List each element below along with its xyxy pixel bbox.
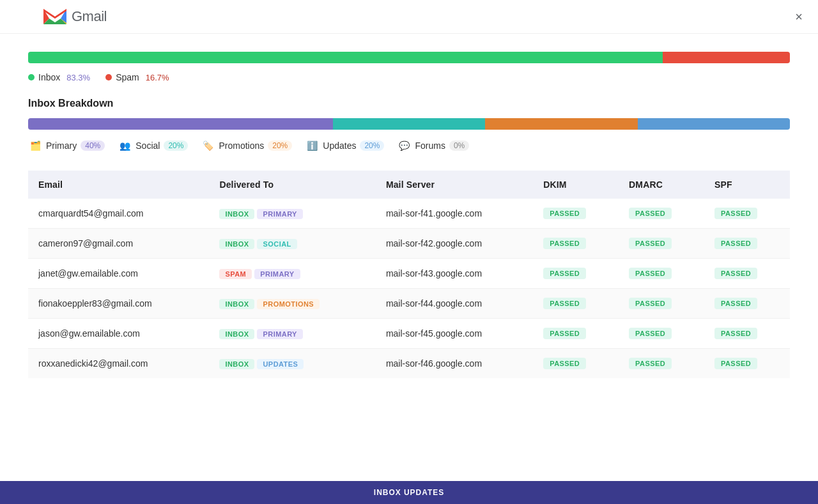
table-row: cameron97@gmail.comINBOXSOCIALmail-sor-f… bbox=[28, 229, 790, 259]
dkim-badge: PASSED bbox=[543, 268, 586, 279]
cell-dmarc: PASSED bbox=[619, 349, 704, 379]
inbox-legend-item: Inbox 83.3% bbox=[28, 72, 90, 82]
spf-badge: PASSED bbox=[714, 238, 757, 249]
spf-badge: PASSED bbox=[714, 298, 757, 309]
inbox-spam-legend: Inbox 83.3% Spam 16.7% bbox=[28, 72, 790, 82]
cell-mail-server: mail-sor-f42.google.com bbox=[376, 229, 533, 259]
breakdown-legend: 🗂️ Primary 40% 👥 Social 20% 🏷️ Promotion… bbox=[28, 139, 790, 153]
delivery-tag: PRIMARY bbox=[257, 209, 302, 219]
dmarc-badge: PASSED bbox=[629, 358, 672, 369]
delivery-tag: INBOX bbox=[219, 239, 254, 249]
email-table: Email Delivered To Mail Server DKIM DMAR… bbox=[28, 171, 790, 378]
bottom-bar: INBOX UPDATES bbox=[0, 481, 818, 504]
cell-email: jason@gw.emailable.com bbox=[28, 319, 209, 349]
cell-delivered-to: SPAMPRIMARY bbox=[209, 259, 375, 289]
cell-spf: PASSED bbox=[704, 349, 790, 379]
cell-spf: PASSED bbox=[704, 259, 790, 289]
cell-email: fionakoeppler83@gmail.com bbox=[28, 289, 209, 319]
delivery-tag: INBOX bbox=[219, 329, 254, 339]
breakdown-updates: ℹ️ Updates 20% bbox=[305, 139, 384, 153]
col-dkim: DKIM bbox=[533, 171, 619, 199]
col-mail-server: Mail Server bbox=[376, 171, 533, 199]
delivery-tag: SOCIAL bbox=[257, 239, 297, 249]
spam-legend-item: Spam 16.7% bbox=[105, 72, 169, 82]
cell-dmarc: PASSED bbox=[619, 229, 704, 259]
cell-delivered-to: INBOXPRIMARY bbox=[209, 199, 375, 229]
updates-icon: ℹ️ bbox=[305, 139, 319, 153]
cell-dkim: PASSED bbox=[533, 199, 619, 229]
table-row: roxxanedicki42@gmail.comINBOXUPDATESmail… bbox=[28, 349, 790, 379]
dmarc-badge: PASSED bbox=[629, 298, 672, 309]
spam-bar-segment bbox=[663, 52, 790, 63]
primary-bar-segment bbox=[28, 118, 333, 130]
dmarc-badge: PASSED bbox=[629, 268, 672, 279]
main-content: Inbox 83.3% Spam 16.7% Inbox Breakdown 🗂… bbox=[0, 34, 818, 391]
promotions-icon: 🏷️ bbox=[201, 139, 215, 153]
dkim-badge: PASSED bbox=[543, 208, 586, 219]
cell-dkim: PASSED bbox=[533, 289, 619, 319]
cell-dkim: PASSED bbox=[533, 319, 619, 349]
forums-pct: 0% bbox=[449, 141, 469, 151]
cell-delivered-to: INBOXSOCIAL bbox=[209, 229, 375, 259]
cell-delivered-to: INBOXUPDATES bbox=[209, 349, 375, 379]
updates-pct: 20% bbox=[360, 141, 384, 151]
inbox-bar-segment bbox=[28, 52, 663, 63]
cell-email: janet@gw.emailable.com bbox=[28, 259, 209, 289]
delivery-tag: SPAM bbox=[219, 269, 252, 279]
primary-icon: 🗂️ bbox=[28, 139, 42, 153]
cell-dmarc: PASSED bbox=[619, 319, 704, 349]
cell-mail-server: mail-sor-f46.google.com bbox=[376, 349, 533, 379]
social-bar-segment bbox=[333, 118, 485, 130]
dmarc-badge: PASSED bbox=[629, 328, 672, 339]
forums-label: Forums bbox=[415, 141, 445, 151]
dkim-badge: PASSED bbox=[543, 238, 586, 249]
col-spf: SPF bbox=[704, 171, 790, 199]
cell-mail-server: mail-sor-f43.google.com bbox=[376, 259, 533, 289]
app-title: Gmail bbox=[72, 8, 107, 25]
promotions-bar-segment bbox=[485, 118, 637, 130]
breakdown-title: Inbox Breakdown bbox=[28, 98, 790, 109]
spf-badge: PASSED bbox=[714, 208, 757, 219]
dkim-badge: PASSED bbox=[543, 328, 586, 339]
bottom-bar-label: INBOX UPDATES bbox=[374, 488, 444, 497]
col-email: Email bbox=[28, 171, 209, 199]
social-icon: 👥 bbox=[118, 139, 132, 153]
spam-legend-pct: 16.7% bbox=[146, 73, 169, 82]
updates-bar-segment bbox=[638, 118, 790, 130]
cell-dmarc: PASSED bbox=[619, 289, 704, 319]
delivery-tag: PRIMARY bbox=[257, 329, 302, 339]
cell-spf: PASSED bbox=[704, 199, 790, 229]
cell-dmarc: PASSED bbox=[619, 259, 704, 289]
table-row: janet@gw.emailable.comSPAMPRIMARYmail-so… bbox=[28, 259, 790, 289]
spam-dot bbox=[105, 74, 112, 80]
spf-badge: PASSED bbox=[714, 328, 757, 339]
cell-email: roxxanedicki42@gmail.com bbox=[28, 349, 209, 379]
dkim-badge: PASSED bbox=[543, 358, 586, 369]
inbox-legend-pct: 83.3% bbox=[66, 73, 90, 82]
cell-spf: PASSED bbox=[704, 229, 790, 259]
forums-icon: 💬 bbox=[397, 139, 411, 153]
inbox-dot bbox=[28, 74, 35, 80]
delivery-tag: PRIMARY bbox=[254, 269, 300, 279]
cell-delivered-to: INBOXPROMOTIONS bbox=[209, 289, 375, 319]
primary-label: Primary bbox=[46, 141, 77, 151]
header: Gmail × bbox=[0, 0, 818, 34]
spf-badge: PASSED bbox=[714, 358, 757, 369]
social-label: Social bbox=[135, 141, 160, 151]
delivery-tag: PROMOTIONS bbox=[257, 299, 320, 309]
breakdown-primary: 🗂️ Primary 40% bbox=[28, 139, 105, 153]
close-button[interactable]: × bbox=[795, 10, 803, 23]
delivery-tag: INBOX bbox=[219, 299, 254, 309]
dmarc-badge: PASSED bbox=[629, 238, 672, 249]
cell-dkim: PASSED bbox=[533, 349, 619, 379]
promotions-label: Promotions bbox=[219, 141, 264, 151]
inbox-spam-bar bbox=[28, 52, 790, 63]
breakdown-bar bbox=[28, 118, 790, 130]
table-body: cmarquardt54@gmail.comINBOXPRIMARYmail-s… bbox=[28, 199, 790, 378]
cell-spf: PASSED bbox=[704, 289, 790, 319]
breakdown-forums: 💬 Forums 0% bbox=[397, 139, 469, 153]
cell-dmarc: PASSED bbox=[619, 199, 704, 229]
logo-area: Gmail bbox=[15, 8, 107, 26]
dkim-badge: PASSED bbox=[543, 298, 586, 309]
table-row: jason@gw.emailable.comINBOXPRIMARYmail-s… bbox=[28, 319, 790, 349]
